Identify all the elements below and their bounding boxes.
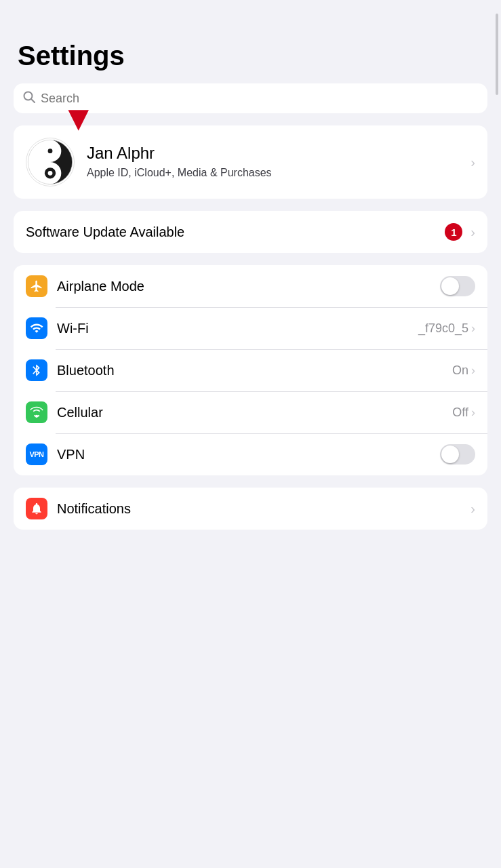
airplane-mode-row[interactable]: Airplane Mode [14, 265, 487, 307]
airplane-mode-icon [26, 275, 47, 297]
scrollbar-thumb[interactable] [496, 14, 498, 95]
airplane-mode-label: Airplane Mode [57, 279, 430, 294]
profile-subtitle: Apple ID, iCloud+, Media & Purchases [87, 165, 458, 180]
software-update-card[interactable]: Software Update Available 1 › [14, 211, 487, 253]
vpn-icon-wrap: VPN [26, 443, 47, 465]
bluetooth-value: On › [452, 363, 475, 378]
avatar [26, 138, 75, 186]
search-icon [23, 91, 35, 106]
notifications-row[interactable]: Notifications › [14, 488, 487, 530]
wifi-row[interactable]: Wi-Fi _f79c0_5 › [14, 307, 487, 349]
notifications-label: Notifications [57, 501, 461, 517]
notifications-icon [26, 498, 47, 519]
bluetooth-label: Bluetooth [57, 363, 443, 378]
scrollbar[interactable] [496, 0, 498, 868]
vpn-label: VPN [29, 450, 43, 458]
profile-name: Jan Alphr [87, 144, 458, 163]
airplane-mode-toggle-thumb [441, 277, 459, 295]
page-title: Settings [14, 41, 487, 71]
vpn-row[interactable]: VPN VPN [14, 433, 487, 475]
svg-point-7 [48, 149, 53, 153]
update-badge: 1 [445, 223, 462, 241]
wifi-label: Wi-Fi [57, 321, 409, 336]
cellular-icon [26, 401, 47, 423]
notifications-chevron: › [470, 501, 475, 517]
arrow-indicator: ▼ [61, 100, 96, 136]
update-label: Software Update Available [26, 224, 437, 240]
cellular-row[interactable]: Cellular Off › [14, 391, 487, 433]
svg-point-8 [48, 171, 53, 176]
svg-line-1 [31, 99, 35, 102]
bluetooth-icon [26, 359, 47, 381]
vpn-label-text: VPN [57, 447, 430, 462]
update-row[interactable]: Software Update Available 1 › [14, 211, 487, 253]
wifi-value: _f79c0_5 › [418, 321, 475, 336]
vpn-toggle[interactable] [440, 444, 475, 465]
yin-yang-icon [27, 139, 73, 185]
profile-info: Jan Alphr Apple ID, iCloud+, Media & Pur… [87, 144, 458, 180]
cellular-label: Cellular [57, 405, 443, 420]
wifi-icon [26, 317, 47, 339]
vpn-toggle-thumb [441, 446, 459, 463]
profile-chevron: › [470, 155, 475, 170]
bluetooth-row[interactable]: Bluetooth On › [14, 349, 487, 391]
cellular-value: Off › [452, 406, 475, 420]
connectivity-settings-list: Airplane Mode Wi-Fi _f79c0_5 › Bluetooth [14, 265, 487, 475]
airplane-mode-toggle[interactable] [440, 276, 475, 296]
settings-page: Settings ▼ [0, 0, 501, 868]
svg-point-10 [35, 415, 38, 418]
update-chevron: › [470, 224, 475, 240]
notifications-card[interactable]: Notifications › [14, 488, 487, 530]
search-input[interactable] [41, 92, 478, 106]
